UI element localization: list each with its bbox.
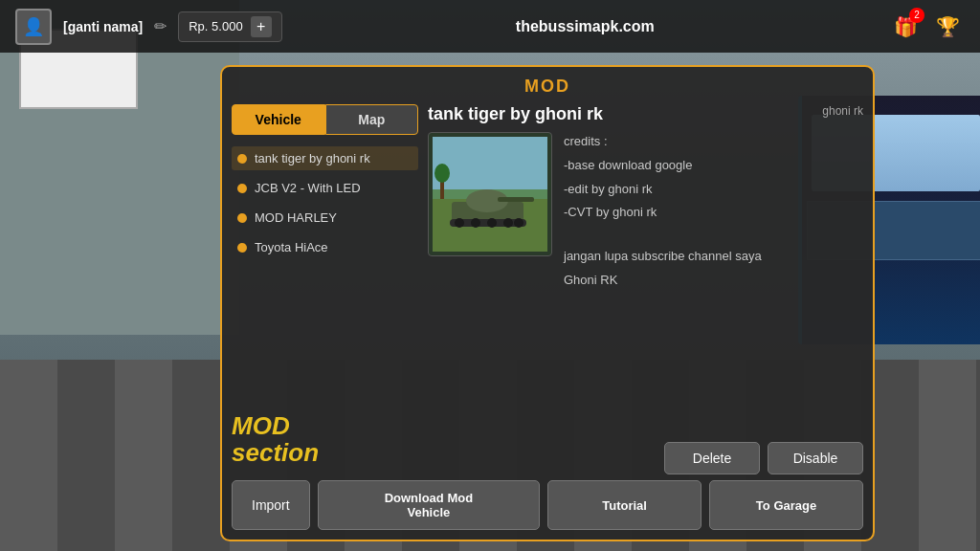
desc-line-4: -CVT by ghoni rk — [564, 203, 863, 223]
svg-point-11 — [487, 218, 497, 228]
download-mod-button[interactable]: Download Mod Vehicle — [318, 480, 540, 530]
notification-badge: 2 — [909, 8, 924, 23]
footer-buttons: Download Mod Vehicle Tutorial To Garage — [318, 480, 863, 530]
add-balance-button[interactable]: + — [251, 16, 272, 37]
trophy-icon: 🏆 — [936, 15, 960, 38]
desc-line-1: credits : — [564, 132, 863, 152]
import-button[interactable]: Import — [232, 480, 310, 530]
list-item[interactable]: Toyota HiAce — [232, 235, 418, 259]
tab-map[interactable]: Map — [325, 104, 419, 135]
mod-list-label: JCB V2 - With LED — [255, 181, 361, 195]
action-row: Delete Disable — [428, 442, 863, 474]
bottom-area: Import Download Mod Vehicle Tutorial To … — [232, 480, 863, 530]
header-icons: 🎁 2 🏆 — [888, 10, 965, 44]
mod-content-area: credits : -base download google -edit by… — [428, 132, 863, 434]
disable-button[interactable]: Disable — [768, 442, 863, 474]
right-panel: tank tiger by ghoni rk ghoni rk — [428, 104, 863, 474]
svg-point-4 — [434, 164, 450, 183]
list-item[interactable]: MOD HARLEY — [232, 206, 418, 230]
svg-rect-7 — [498, 197, 534, 202]
avatar-icon: 👤 — [23, 16, 44, 37]
mod-detail-header: tank tiger by ghoni rk ghoni rk — [428, 104, 863, 124]
mod-title: tank tiger by ghoni rk — [428, 104, 603, 124]
header: 👤 [ganti nama] ✏ Rp. 5.000 + thebussimap… — [0, 0, 980, 53]
modal-body: Vehicle Map tank tiger by ghoni rk JCB V… — [232, 104, 863, 474]
player-name: [ganti nama] — [63, 19, 143, 34]
trophy-icon-button[interactable]: 🏆 — [930, 10, 965, 44]
dot-icon — [237, 213, 247, 223]
svg-point-10 — [471, 218, 480, 228]
dot-icon — [237, 184, 247, 193]
svg-point-9 — [455, 218, 464, 228]
gift-icon-button[interactable]: 🎁 2 — [888, 10, 923, 44]
balance-display: Rp. 5.000 + — [178, 11, 281, 42]
desc-line-6: jangan lupa subscribe channel saya — [564, 247, 863, 267]
desc-line-2: -base download google — [564, 156, 863, 176]
tab-row: Vehicle Map — [232, 104, 418, 135]
desc-line-3: -edit by ghoni rk — [564, 180, 863, 200]
modal-title: MOD — [232, 77, 863, 97]
svg-rect-1 — [433, 137, 547, 189]
tab-vehicle[interactable]: Vehicle — [232, 104, 325, 135]
mod-list-label: tank tiger by ghoni rk — [255, 151, 370, 165]
site-name: thebussimapk.com — [294, 18, 877, 35]
svg-point-12 — [503, 218, 513, 228]
mod-section-label: MODsection — [232, 405, 418, 474]
mod-modal: MOD Vehicle Map tank tiger by ghoni rk J… — [220, 65, 875, 541]
balance-value: Rp. 5.000 — [189, 19, 242, 33]
list-item[interactable]: tank tiger by ghoni rk — [232, 146, 418, 170]
mod-list-label: MOD HARLEY — [255, 210, 337, 225]
mod-list-label: Toyota HiAce — [255, 240, 328, 254]
mod-author: ghoni rk — [822, 104, 863, 118]
dot-icon — [237, 154, 247, 164]
mod-thumbnail — [428, 132, 552, 256]
edit-icon[interactable]: ✏ — [154, 17, 167, 35]
list-item[interactable]: JCB V2 - With LED — [232, 176, 418, 200]
tank-image — [433, 137, 547, 252]
dot-icon — [237, 243, 247, 253]
desc-line-7: Ghoni RK — [564, 271, 863, 291]
avatar: 👤 — [15, 9, 52, 45]
left-panel: Vehicle Map tank tiger by ghoni rk JCB V… — [232, 104, 418, 474]
svg-point-13 — [514, 218, 523, 228]
mod-description: credits : -base download google -edit by… — [564, 132, 863, 434]
tutorial-button[interactable]: Tutorial — [547, 480, 702, 530]
delete-button[interactable]: Delete — [664, 442, 760, 474]
to-garage-button[interactable]: To Garage — [709, 480, 863, 530]
